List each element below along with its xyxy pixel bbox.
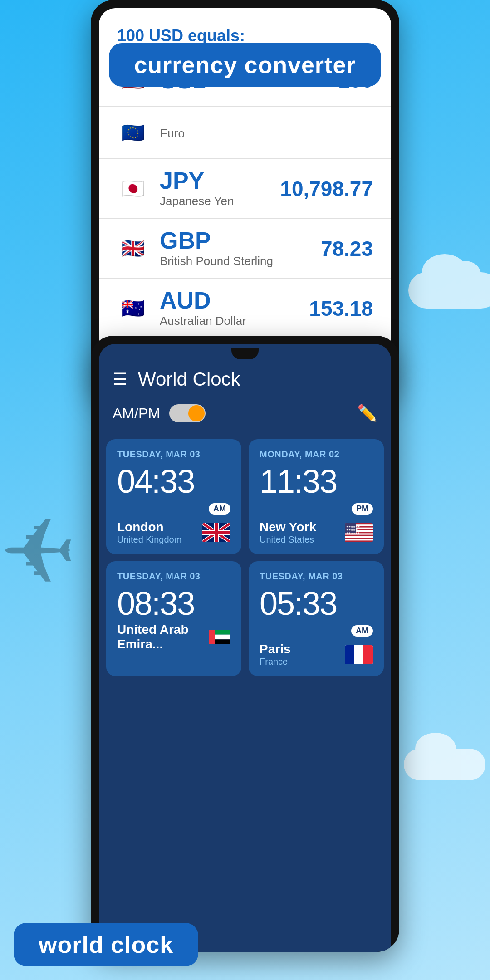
london-city-info: London United Kingdom (117, 520, 181, 545)
london-time: 04:33 (117, 465, 230, 498)
gbp-value: 78.23 (321, 236, 373, 261)
newyork-date: MONDAY, MAR 02 (260, 449, 373, 460)
currency-converter-label: currency converter (109, 43, 381, 87)
gbp-name: British Pound Sterling (160, 254, 321, 268)
svg-rect-7 (345, 539, 373, 540)
airplane-decoration: ✈ (0, 499, 76, 605)
paris-footer: Paris France (260, 642, 373, 667)
svg-rect-6 (345, 536, 373, 537)
world-clock-badge: world clock (14, 923, 198, 966)
aud-info: AUD Australian Dollar (160, 289, 309, 328)
world-clock-title: World Clock (138, 368, 377, 390)
newyork-footer: New York United States (260, 520, 373, 545)
aud-flag: 🇦🇺 (117, 293, 149, 324)
svg-text:★★★★★★: ★★★★★★ (346, 525, 360, 528)
london-footer: London United Kingdom (117, 520, 230, 545)
clock-card-newyork[interactable]: MONDAY, MAR 02 11:33 PM New York United … (249, 439, 384, 554)
toggle-thumb (188, 405, 205, 421)
newyork-ampm: PM (352, 503, 373, 514)
london-date: TUESDAY, MAR 03 (117, 449, 230, 460)
uae-time: 08:33 (117, 587, 230, 620)
uae-flag (209, 627, 230, 647)
uae-footer: United Arab Emira... (117, 622, 230, 652)
hamburger-icon[interactable]: ☰ (113, 370, 127, 389)
paris-city: Paris (260, 642, 291, 657)
svg-rect-18 (363, 645, 373, 664)
uae-city: United Arab Emira... (117, 622, 209, 652)
london-country: United Kingdom (117, 534, 181, 545)
phone-notch (231, 348, 259, 359)
paris-flag (345, 645, 373, 664)
notch-area (99, 344, 391, 359)
clock-grid: TUESDAY, MAR 03 04:33 AM London United K… (99, 432, 391, 683)
newyork-city-info: New York United States (260, 520, 316, 545)
uae-city-info: United Arab Emira... (117, 622, 209, 652)
clock-card-london[interactable]: TUESDAY, MAR 03 04:33 AM London United K… (106, 439, 241, 554)
ampm-toggle-row: AM/PM ✏️ (99, 399, 391, 432)
currency-row-jpy[interactable]: 🇯🇵 JPY Japanese Yen 10,798.77 (99, 159, 391, 219)
aud-name: Australian Dollar (160, 314, 309, 328)
aud-value: 153.18 (309, 296, 373, 321)
aud-code: AUD (160, 289, 309, 312)
london-city: London (117, 520, 181, 534)
ampm-toggle[interactable] (169, 404, 206, 422)
paris-country: France (260, 657, 291, 667)
paris-ampm: AM (351, 625, 373, 637)
newyork-flag: ★★★★★★ ★★★★★ ★★★★★★ (345, 523, 373, 542)
paris-city-info: Paris France (260, 642, 291, 667)
clock-card-paris[interactable]: TUESDAY, MAR 03 05:33 AM Paris France (249, 561, 384, 676)
ampm-label: AM/PM (113, 405, 160, 422)
edit-icon[interactable]: ✏️ (357, 404, 377, 423)
svg-rect-17 (345, 645, 354, 664)
jpy-info: JPY Japanese Yen (160, 169, 280, 208)
gbp-code: GBP (160, 229, 321, 252)
newyork-country: United States (260, 534, 316, 545)
paris-time: 05:33 (260, 587, 373, 620)
svg-text:★★★★★★: ★★★★★★ (346, 532, 360, 534)
newyork-city: New York (260, 520, 316, 534)
currency-row-eur[interactable]: 🇪🇺 Euro (99, 107, 391, 159)
world-clock-header: ☰ World Clock (99, 359, 391, 399)
world-clock-phone: ☰ World Clock AM/PM ✏️ TUESDAY, MAR 03 0… (91, 336, 399, 952)
london-flag (202, 523, 230, 542)
currency-row-aud[interactable]: 🇦🇺 AUD Australian Dollar 153.18 (99, 279, 391, 338)
jpy-code: JPY (160, 169, 280, 192)
gbp-flag: 🇬🇧 (117, 233, 149, 265)
gbp-info: GBP British Pound Sterling (160, 229, 321, 268)
uae-date: TUESDAY, MAR 03 (117, 571, 230, 582)
jpy-name: Japanese Yen (160, 194, 280, 208)
eur-info: Euro (160, 125, 373, 141)
paris-date: TUESDAY, MAR 03 (260, 571, 373, 582)
clock-card-uae[interactable]: TUESDAY, MAR 03 08:33 United Arab Emira.… (106, 561, 241, 676)
london-ampm: AM (209, 503, 230, 514)
jpy-flag: 🇯🇵 (117, 173, 149, 205)
svg-rect-15 (209, 630, 215, 644)
svg-text:★★★★★: ★★★★★ (346, 529, 358, 531)
eur-flag: 🇪🇺 (117, 117, 149, 148)
eur-name: Euro (160, 127, 373, 141)
world-clock-screen: ☰ World Clock AM/PM ✏️ TUESDAY, MAR 03 0… (99, 344, 391, 952)
currency-row-gbp[interactable]: 🇬🇧 GBP British Pound Sterling 78.23 (99, 219, 391, 279)
jpy-value: 10,798.77 (280, 176, 373, 201)
newyork-time: 11:33 (260, 465, 373, 498)
